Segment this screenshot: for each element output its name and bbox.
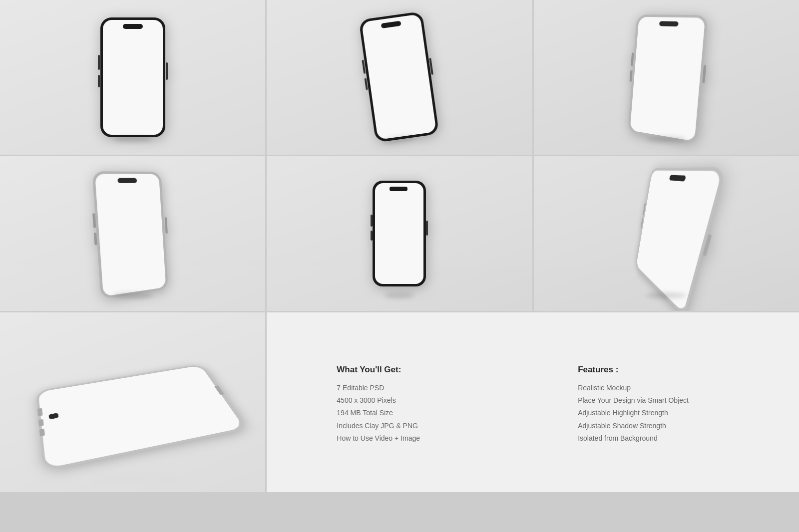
what-item-4: Includes Clay JPG & PNG bbox=[337, 420, 528, 432]
feature-item-5: Isolated from Background bbox=[578, 432, 769, 445]
phone-shadow-7 bbox=[83, 476, 183, 482]
svg-rect-20 bbox=[117, 178, 137, 183]
phone-cell-4 bbox=[0, 156, 265, 311]
what-item-1: 7 Editable PSD bbox=[337, 382, 528, 394]
phone-shadow-4 bbox=[113, 292, 153, 298]
phone-cell-7 bbox=[0, 312, 265, 492]
phone-left-perspective-icon bbox=[89, 169, 172, 303]
what-item-3: 194 MB Total Size bbox=[337, 407, 528, 419]
svg-rect-2 bbox=[123, 24, 143, 29]
svg-rect-1 bbox=[103, 20, 163, 135]
info-content: What You'll Get: 7 Editable PSD 4500 x 3… bbox=[297, 337, 769, 445]
phone-cell-1 bbox=[0, 0, 265, 155]
svg-rect-26 bbox=[390, 187, 407, 191]
feature-item-1: Realistic Mockup bbox=[578, 382, 769, 394]
feature-item-2: Place Your Design via Smart Object bbox=[578, 394, 769, 407]
svg-rect-3 bbox=[98, 55, 100, 70]
svg-rect-19 bbox=[95, 174, 166, 296]
what-heading: What You'll Get: bbox=[337, 365, 528, 375]
svg-rect-28 bbox=[371, 231, 373, 241]
what-you-get-section: What You'll Get: 7 Editable PSD 4500 x 3… bbox=[337, 365, 528, 445]
svg-rect-39 bbox=[37, 408, 42, 416]
phone-shadow-5 bbox=[385, 292, 414, 298]
what-item-5: How to Use Video + Image bbox=[337, 432, 528, 445]
svg-rect-40 bbox=[38, 419, 43, 427]
phone-shadow-1 bbox=[113, 136, 153, 142]
phone-flat-icon bbox=[33, 362, 251, 474]
svg-rect-7 bbox=[362, 14, 436, 140]
features-heading: Features : bbox=[578, 365, 769, 375]
features-section: Features : Realistic Mockup Place Your D… bbox=[578, 365, 769, 445]
feature-item-3: Adjustable Highlight Strength bbox=[578, 407, 769, 419]
svg-rect-4 bbox=[98, 75, 100, 87]
phone-small-icon bbox=[371, 179, 428, 288]
phone-extreme-icon bbox=[634, 163, 733, 311]
phone-cell-2 bbox=[267, 0, 532, 155]
phone-tilt-icon bbox=[356, 8, 443, 147]
phone-cell-6 bbox=[534, 156, 799, 311]
svg-rect-23 bbox=[165, 217, 168, 234]
svg-rect-25 bbox=[375, 183, 423, 284]
phone-cell-5 bbox=[267, 156, 532, 311]
phone-shadow-6 bbox=[646, 292, 686, 298]
phone-perspective-icon bbox=[625, 12, 712, 148]
svg-rect-14 bbox=[659, 21, 679, 26]
info-panel: What You'll Get: 7 Editable PSD 4500 x 3… bbox=[267, 312, 799, 492]
svg-rect-5 bbox=[166, 62, 168, 80]
svg-rect-27 bbox=[371, 215, 373, 227]
svg-rect-41 bbox=[39, 429, 44, 437]
svg-rect-29 bbox=[426, 221, 428, 236]
what-item-2: 4500 x 3000 Pixels bbox=[337, 394, 528, 407]
feature-item-4: Adjustable Shadow Strength bbox=[578, 420, 769, 432]
svg-rect-13 bbox=[630, 17, 706, 141]
phone-shadow-3 bbox=[646, 136, 686, 142]
phone-front-icon bbox=[98, 15, 168, 140]
phone-cell-3 bbox=[534, 0, 799, 155]
